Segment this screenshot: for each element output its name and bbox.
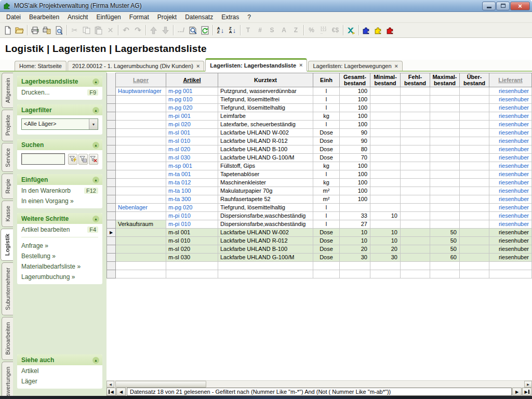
cell-lager[interactable] [116,170,166,179]
row-selector[interactable] [107,245,116,254]
cell-ueber[interactable] [460,112,489,121]
cell-maximal[interactable]: 50 [430,237,460,245]
cell-artikel[interactable]: m-pg 020 [166,104,218,112]
cell-lieferant[interactable]: riesenhuber [489,229,532,237]
menu-item-bearbeiten[interactable]: Bearbeiten [25,12,63,22]
cell-ueber[interactable] [460,137,489,145]
row-selector[interactable] [107,129,116,137]
row-selector[interactable] [107,270,116,278]
cell-minimal[interactable] [370,195,401,204]
menu-item-einfgen[interactable]: Einfügen [92,12,125,22]
cell-einh[interactable]: Dose [313,237,340,245]
cell-minimal[interactable]: 10 [370,212,401,220]
tab-home[interactable]: Home: Startseite [15,61,66,71]
cell-artikel[interactable]: m-sl 010 [166,137,218,145]
cell-lieferant[interactable]: riesenhuber [489,87,532,96]
cell-einh[interactable]: Dose [313,229,340,237]
cell-minimal[interactable] [370,87,401,96]
cell-artikel[interactable]: m-sl 010 [166,237,218,245]
menu-item-ansicht[interactable]: Ansicht [63,12,92,22]
close-tab-icon[interactable]: × [395,63,398,69]
cell-maximal[interactable] [430,96,460,104]
close-tab-icon[interactable]: × [299,62,302,68]
cell-gesamt[interactable]: 100 [340,112,370,121]
cell-minimal[interactable] [370,204,401,212]
menu-item-?[interactable]: ? [243,12,255,22]
cell-gesamt[interactable]: 33 [340,212,370,220]
cell-lieferant[interactable]: riesenhuber [489,245,532,254]
cell-kurztext[interactable]: Leimfarbe [218,112,313,121]
cell-empty[interactable] [401,262,430,270]
cell-fehl[interactable] [401,112,430,121]
row-selector[interactable] [107,145,116,154]
tab-document-2[interactable]: Lagerlisten: Lagerbestandsliste× [205,58,307,72]
cell-artikel[interactable]: m-sp 001 [166,162,218,170]
cell-lieferant[interactable]: riesenhuber [489,129,532,137]
cell-einh[interactable]: kg [313,179,340,187]
sort-za-icon[interactable]: ZA↓ [227,24,238,36]
cell-artikel[interactable]: m-ta 300 [166,195,218,204]
cell-einh[interactable]: Dose [313,129,340,137]
cell-maximal[interactable]: 50 [430,245,460,254]
next-record-button[interactable]: ▶ [512,388,522,396]
cell-einh[interactable]: l [313,170,340,179]
row-selector[interactable] [107,204,116,212]
cell-ueber[interactable] [460,245,489,254]
cell-artikel[interactable]: m-sl 020 [166,145,218,154]
current-row-selector[interactable]: ▶ [107,229,116,237]
cell-einh[interactable]: m² [313,195,340,204]
column-header-maximal[interactable]: Maximal- bestand [430,73,460,87]
cell-ueber[interactable] [460,204,489,212]
cell-fehl[interactable] [401,87,430,96]
menu-item-datei[interactable]: Datei [2,12,25,22]
cell-empty[interactable] [218,262,313,270]
cell-kurztext[interactable]: Dispersionsfarbe,waschbeständig [218,220,313,229]
close-tab-icon[interactable]: × [196,63,200,69]
cell-maximal[interactable] [430,195,460,204]
module-tab-service[interactable]: Service [2,143,13,172]
row-selector[interactable] [107,220,116,229]
cell-fehl[interactable] [401,96,430,104]
cell-minimal[interactable] [370,112,401,121]
cell-lieferant[interactable]: riesenhuber [489,179,532,187]
row-selector[interactable] [107,195,116,204]
cell-gesamt[interactable]: 100 [340,195,370,204]
first-record-button[interactable]: ◀ [107,388,116,396]
cell-artikel[interactable]: m-sl 001 [166,129,218,137]
cell-fehl[interactable] [401,121,430,129]
puzzle-red-icon[interactable] [384,24,396,36]
cell-lieferant[interactable]: riesenhuber [489,220,532,229]
lagerumbuchung-link[interactable]: Lagerumbuchung » [17,271,102,282]
titlebar[interactable]: MOS'aik Projektverwaltung (Firma Muster … [0,0,532,12]
column-header-ueber[interactable]: Über- bestand [460,73,489,87]
column-header-gesamt[interactable]: Gesamt- bestand [340,73,370,87]
cell-fehl[interactable] [401,162,430,170]
cell-empty[interactable] [370,270,401,278]
cell-fehl[interactable] [401,254,430,262]
cell-maximal[interactable] [430,145,460,154]
cell-ueber[interactable] [460,104,489,112]
cell-ueber[interactable] [460,195,489,204]
cell-lager[interactable] [116,145,166,154]
excel-export-icon[interactable] [345,24,357,36]
cell-gesamt[interactable]: 27 [340,220,370,229]
row-selector[interactable] [107,170,116,179]
puzzle-blue-icon[interactable] [361,24,373,36]
cell-gesamt[interactable]: 100 [340,187,370,195]
cell-lager[interactable] [116,96,166,104]
cell-empty[interactable] [116,262,166,270]
scrollbar-track[interactable] [114,381,524,388]
cell-lager[interactable] [116,187,166,195]
cell-lieferant[interactable]: riesenhuber [489,195,532,204]
cell-kurztext[interactable]: Rauhfasertapete 52 [218,195,313,204]
laeger-link[interactable]: Läger [17,376,102,386]
cell-artikel[interactable]: m-sl 030 [166,154,218,162]
cell-lieferant[interactable]: riesenhuber [489,145,532,154]
cell-artikel[interactable]: m-ta 001 [166,170,218,179]
cell-artikel[interactable]: m-pi 020 [166,121,218,129]
cell-minimal[interactable]: 30 [370,254,401,262]
dropdown-arrow-icon[interactable]: ▼ [89,119,98,129]
cell-ueber[interactable] [460,129,489,137]
cell-fehl[interactable] [401,220,430,229]
cell-einh[interactable]: m² [313,187,340,195]
